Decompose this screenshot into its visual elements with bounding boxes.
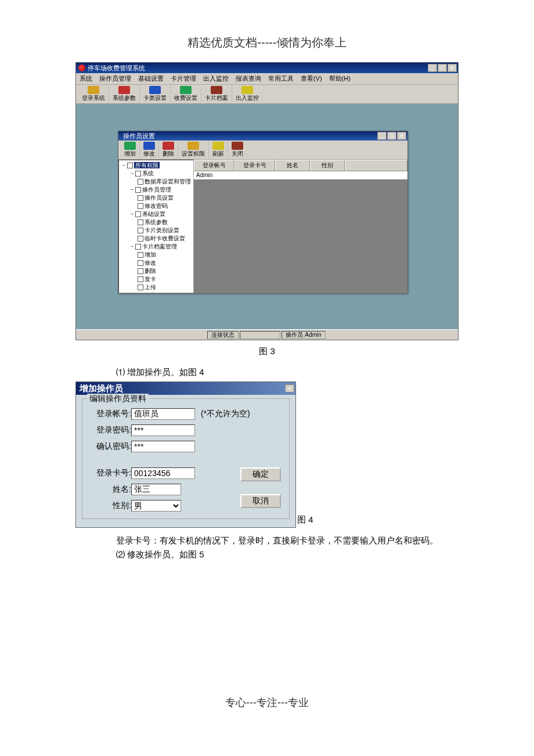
cancel-button[interactable]: 取消 bbox=[240, 494, 281, 508]
menu-item[interactable]: 基础设置 bbox=[138, 74, 164, 83]
col-card[interactable]: 登录卡号 bbox=[234, 160, 275, 171]
tree-basic[interactable]: 基础设置 bbox=[142, 211, 165, 217]
col-name[interactable]: 姓名 bbox=[275, 160, 310, 171]
tool-sysparam[interactable]: 系统参数 bbox=[109, 86, 140, 102]
list-header: 登录帐号 登录卡号 姓名 性别 bbox=[194, 160, 407, 171]
add-op-titlebar: 增加操作员 × bbox=[76, 382, 295, 395]
menu-item[interactable]: 卡片管理 bbox=[171, 74, 196, 83]
tree-download[interactable]: 下载 bbox=[145, 292, 156, 293]
card-label: 登录卡号: bbox=[87, 468, 131, 478]
cell-card bbox=[234, 171, 275, 179]
tree-opmgr[interactable]: 操作员管理 bbox=[142, 186, 171, 193]
tool-label: 设置权限 bbox=[182, 150, 205, 158]
menu-item[interactable]: 帮助(H) bbox=[329, 74, 351, 83]
cell-name bbox=[275, 171, 310, 179]
pwd-label: 登录密码: bbox=[87, 425, 131, 435]
tree-del[interactable]: 删除 bbox=[145, 268, 156, 274]
card-input[interactable] bbox=[131, 467, 195, 479]
tool-edit[interactable]: 修改 bbox=[140, 142, 159, 158]
text-modify-operator: ⑵ 修改操作员。如图 5 bbox=[75, 548, 459, 561]
tool-perm[interactable]: 设置权限 bbox=[178, 142, 209, 158]
add-op-close-button[interactable]: × bbox=[285, 384, 294, 393]
tree-chpwd[interactable]: 修改密码 bbox=[145, 203, 168, 209]
ok-button[interactable]: 确定 bbox=[240, 467, 281, 481]
gender-select[interactable]: 男 bbox=[131, 500, 181, 512]
col-spacer bbox=[345, 160, 407, 171]
menu-item[interactable]: 报表查询 bbox=[236, 74, 261, 83]
minimize-button[interactable]: _ bbox=[428, 64, 437, 72]
tree-upload[interactable]: 上传 bbox=[145, 284, 156, 290]
file-icon bbox=[211, 86, 222, 94]
tree-cardfile[interactable]: 卡片档案管理 bbox=[142, 243, 177, 250]
exit-icon bbox=[232, 142, 243, 150]
tool-label: 增加 bbox=[124, 150, 136, 158]
tool-label: 刷新 bbox=[212, 150, 224, 158]
page-header: 精选优质文档-----倾情为你奉上 bbox=[0, 0, 534, 62]
menu-item[interactable]: 常用工具 bbox=[268, 74, 294, 83]
main-app-window: 停车场收费管理系统 _ □ × 系统 操作员管理 基础设置 卡片管理 出入监控 … bbox=[75, 62, 459, 340]
tool-add[interactable]: 增加 bbox=[121, 142, 140, 158]
tool-label: 卡片档案 bbox=[205, 94, 228, 102]
inner-minimize-button[interactable]: _ bbox=[377, 132, 387, 140]
tool-label: 收费设置 bbox=[174, 94, 197, 102]
tool-login[interactable]: 登录系统 bbox=[78, 86, 109, 102]
status-conn-value bbox=[240, 331, 280, 339]
pwd-input[interactable] bbox=[131, 424, 195, 436]
account-label: 登录帐号: bbox=[87, 409, 131, 419]
tree-root[interactable]: 所有权限 bbox=[134, 162, 160, 168]
col-gender[interactable]: 性别 bbox=[310, 160, 345, 171]
menu-item[interactable]: 查看(V) bbox=[301, 74, 322, 83]
maximize-button[interactable]: □ bbox=[438, 64, 447, 72]
tree-opset[interactable]: 操作员设置 bbox=[145, 195, 174, 201]
list-empty-area bbox=[194, 179, 407, 293]
menu-item[interactable]: 出入监控 bbox=[203, 74, 229, 83]
edit-icon bbox=[143, 142, 155, 150]
tool-close[interactable]: 关闭 bbox=[228, 142, 247, 158]
inner-close-button[interactable]: × bbox=[397, 132, 406, 140]
tree-cardtype[interactable]: 卡片类别设置 bbox=[145, 227, 179, 233]
tool-label: 系统参数 bbox=[113, 94, 136, 102]
page-footer: 专心---专注---专业 bbox=[0, 696, 534, 710]
account-note: (*不允许为空) bbox=[201, 409, 250, 419]
tool-delete[interactable]: 删除 bbox=[159, 142, 178, 158]
operator-list: 登录帐号 登录卡号 姓名 性别 Admin bbox=[194, 160, 407, 293]
inner-titlebar: 操作员设置 _ □ × bbox=[118, 131, 407, 141]
tree-issue[interactable]: 发卡 bbox=[145, 276, 156, 282]
name-label: 姓名: bbox=[87, 484, 131, 495]
close-button[interactable]: × bbox=[448, 64, 457, 72]
tree-add[interactable]: 增加 bbox=[145, 251, 156, 258]
pwd2-label: 确认密码: bbox=[87, 441, 131, 452]
inner-maximize-button[interactable]: □ bbox=[387, 132, 396, 140]
menubar: 系统 操作员管理 基础设置 卡片管理 出入监控 报表查询 常用工具 查看(V) … bbox=[76, 73, 458, 85]
tool-cardtype[interactable]: 卡类设置 bbox=[140, 86, 171, 102]
app-title: 停车场收费管理系统 bbox=[88, 64, 145, 73]
tool-label: 删除 bbox=[163, 150, 174, 158]
tree-db[interactable]: 数据库设置和管理 bbox=[145, 178, 191, 185]
tool-label: 关闭 bbox=[232, 150, 243, 158]
menu-item[interactable]: 操作员管理 bbox=[99, 74, 131, 83]
app-body: 操作员设置 _ □ × 增加 修改 删除 设置权限 刷新 关闭 bbox=[76, 104, 458, 329]
tool-cardfile[interactable]: 卡片档案 bbox=[201, 86, 232, 102]
operator-settings-dialog: 操作员设置 _ □ × 增加 修改 删除 设置权限 刷新 关闭 bbox=[118, 131, 408, 294]
permission-tree[interactable]: −所有权限 −系统 数据库设置和管理 −操作员管理 操作员设置 修改密码 −基础… bbox=[118, 160, 194, 293]
add-operator-dialog: 增加操作员 × 编辑操作员资料 登录帐号: (*不允许为空) 登录密码: bbox=[75, 381, 296, 528]
tree-edit[interactable]: 修改 bbox=[145, 260, 156, 266]
tree-tempfee[interactable]: 临时卡收费设置 bbox=[145, 235, 185, 242]
tree-sysparam[interactable]: 系统参数 bbox=[145, 219, 168, 225]
group-label: 编辑操作员资料 bbox=[87, 394, 149, 404]
menu-item[interactable]: 系统 bbox=[80, 74, 92, 83]
statusbar: 连接状态 操作员 Admin bbox=[76, 329, 458, 340]
list-row[interactable]: Admin bbox=[194, 171, 407, 179]
status-operator: 操作员 Admin bbox=[282, 331, 325, 339]
tool-refresh[interactable]: 刷新 bbox=[209, 142, 228, 158]
tool-label: 卡类设置 bbox=[143, 94, 167, 102]
plus-icon bbox=[124, 142, 136, 150]
name-input[interactable] bbox=[131, 484, 181, 495]
col-account[interactable]: 登录帐号 bbox=[194, 160, 234, 171]
app-titlebar: 停车场收费管理系统 _ □ × bbox=[76, 63, 458, 73]
tool-feesetting[interactable]: 收费设置 bbox=[171, 86, 201, 102]
tree-system[interactable]: 系统 bbox=[142, 170, 154, 177]
pwd2-input[interactable] bbox=[131, 441, 195, 452]
account-input[interactable] bbox=[131, 408, 195, 420]
tool-monitor[interactable]: 出入监控 bbox=[232, 86, 262, 102]
